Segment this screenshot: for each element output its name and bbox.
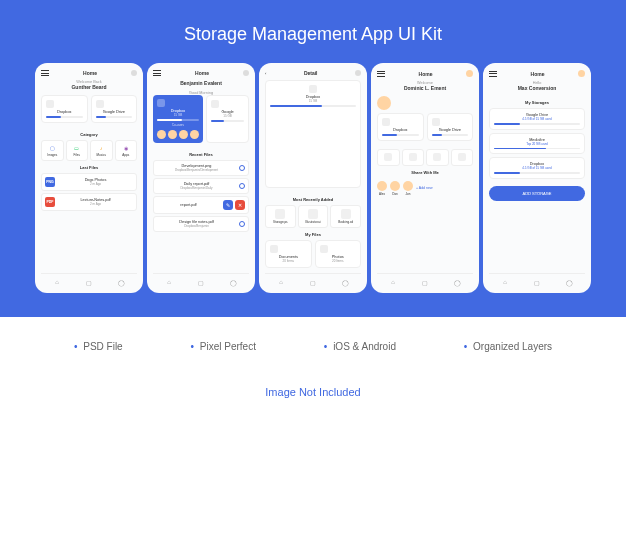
edit-button[interactable]: ✎	[223, 200, 233, 210]
username: Max Conversion	[489, 85, 585, 91]
avatar	[390, 181, 400, 191]
download-icon[interactable]	[239, 221, 245, 227]
action-item[interactable]	[377, 149, 400, 166]
user-avatar	[377, 96, 391, 110]
file-row[interactable]: PNGDogs Photos2 m Ago	[41, 173, 137, 191]
section-storages: My Storages	[489, 100, 585, 105]
avatar	[179, 130, 188, 139]
recent-item[interactable]: Illustrator.ai	[298, 205, 329, 228]
recent-item[interactable]: Booking.xd	[330, 205, 361, 228]
folder-card[interactable]: Documents20 Items	[265, 240, 312, 268]
header-title: Home	[531, 71, 545, 77]
avatar-icon[interactable]	[578, 70, 585, 77]
username: Dominic L. Ement	[377, 85, 473, 91]
screen-1: Home Welcome Back Gunther Beard Dropbox …	[35, 63, 143, 293]
menu-icon[interactable]	[41, 70, 49, 76]
phone-mockups: Home Welcome Back Gunther Beard Dropbox …	[0, 63, 626, 293]
file-row[interactable]: Daily report.pdfDropbox/Benjamin/Daily	[153, 178, 249, 194]
nav-home-icon[interactable]: ⌂	[277, 278, 285, 286]
features-list: PSD File Pixel Perfect iOS & Android Org…	[0, 317, 626, 376]
storage-card-dropbox[interactable]: Dropbox15 GBCo-users	[153, 95, 203, 143]
header-title: Home	[83, 70, 97, 76]
nav-profile-icon[interactable]: ◯	[565, 278, 573, 286]
nav-home-icon[interactable]: ⌂	[389, 278, 397, 286]
recent-item[interactable]: Storage.ps	[265, 205, 296, 228]
bottom-nav: ⌂▢◯	[489, 273, 585, 286]
nav-folder-icon[interactable]: ▢	[421, 278, 429, 286]
storage-card-dropbox[interactable]: Dropbox	[41, 95, 88, 123]
header-title: Home	[195, 70, 209, 76]
bottom-nav: ⌂▢◯	[41, 273, 137, 286]
username: Gunther Beard	[41, 84, 137, 90]
avatar	[377, 181, 387, 191]
storage-card-gdrive[interactable]: Google Drive	[427, 113, 474, 141]
section-recent: Most Recently Added	[265, 197, 361, 202]
feature-item: Pixel Perfect	[191, 341, 256, 352]
storage-item[interactable]: Dropbox4.5 GB of 15 GB used	[489, 157, 585, 179]
more-icon[interactable]	[355, 70, 361, 76]
cat-apps[interactable]: ◉Apps	[115, 140, 138, 161]
back-icon[interactable]: ‹	[265, 71, 266, 76]
cat-images[interactable]: ▢Images	[41, 140, 64, 161]
nav-profile-icon[interactable]: ◯	[229, 278, 237, 286]
download-icon[interactable]	[239, 183, 245, 189]
avatar-icon[interactable]	[466, 70, 473, 77]
storage-detail-card: Dropbox15 GB	[265, 80, 361, 188]
file-row[interactable]: Development.pngDropbox/Benjamin/Developm…	[153, 160, 249, 176]
bottom-nav: ⌂▢◯	[153, 273, 249, 286]
avatar	[190, 130, 199, 139]
action-item[interactable]	[402, 149, 425, 166]
storage-card-gdrive[interactable]: Google Drive	[91, 95, 138, 123]
screen-3: ‹Detail Dropbox15 GB Most Recently Added…	[259, 63, 367, 293]
action-item[interactable]	[426, 149, 449, 166]
avatar	[168, 130, 177, 139]
nav-folder-icon[interactable]: ▢	[85, 278, 93, 286]
nav-folder-icon[interactable]: ▢	[197, 278, 205, 286]
nav-home-icon[interactable]: ⌂	[501, 278, 509, 286]
file-row[interactable]: PDFLecture-Notes.pdf2 m Ago	[41, 193, 137, 211]
storage-item[interactable]: MediafireTop 20 GB used	[489, 133, 585, 155]
notif-icon[interactable]	[131, 70, 137, 76]
nav-folder-icon[interactable]: ▢	[309, 278, 317, 286]
feature-item: PSD File	[74, 341, 123, 352]
shared-user[interactable]: Dan	[390, 181, 400, 196]
menu-icon[interactable]	[377, 71, 385, 77]
storage-card-google[interactable]: Google15 GB	[206, 95, 249, 143]
cat-musics[interactable]: ♪Musics	[90, 140, 113, 161]
avatar	[157, 130, 166, 139]
username: Benjamin Evalent	[153, 80, 249, 86]
menu-icon[interactable]	[153, 70, 161, 76]
screen-2: Home Benjamin Evalent Good Morning Dropb…	[147, 63, 255, 293]
hero-section: Storage Management App UI Kit Home Welco…	[0, 0, 626, 317]
nav-profile-icon[interactable]: ◯	[453, 278, 461, 286]
nav-home-icon[interactable]: ⌂	[165, 278, 173, 286]
add-storage-button[interactable]: ADD STORAGE	[489, 186, 585, 201]
download-icon[interactable]	[239, 165, 245, 171]
section-recent: Recent Files	[153, 152, 249, 157]
nav-profile-icon[interactable]: ◯	[341, 278, 349, 286]
action-item[interactable]	[451, 149, 474, 166]
feature-item: iOS & Android	[324, 341, 396, 352]
screen-4: Home Welcome Dominic L. Ement Dropbox Go…	[371, 63, 479, 293]
menu-icon[interactable]	[489, 71, 497, 77]
storage-card-dropbox[interactable]: Dropbox	[377, 113, 424, 141]
notif-icon[interactable]	[243, 70, 249, 76]
file-row[interactable]: report.pdf✎✕	[153, 196, 249, 214]
bottom-nav: ⌂▢◯	[265, 273, 361, 286]
add-user-button[interactable]: + Add new	[416, 181, 432, 196]
file-row[interactable]: Design file notes.pdfDropbox/Benjamin	[153, 216, 249, 232]
bottom-nav: ⌂▢◯	[377, 273, 473, 286]
shared-user[interactable]: Jon	[403, 181, 413, 196]
category-grid: ▢Images ▭Files ♪Musics ◉Apps	[41, 140, 137, 161]
nav-home-icon[interactable]: ⌂	[53, 278, 61, 286]
cat-files[interactable]: ▭Files	[66, 140, 89, 161]
folder-card[interactable]: Photos20 Items	[315, 240, 362, 268]
storage-item[interactable]: Google Drive4.5 GB of 15 GB used	[489, 108, 585, 130]
header-title: Detail	[304, 70, 318, 76]
section-lastfiles: Last Files	[41, 165, 137, 170]
feature-item: Organized Layers	[464, 341, 552, 352]
shared-user[interactable]: Alex	[377, 181, 387, 196]
delete-button[interactable]: ✕	[235, 200, 245, 210]
nav-folder-icon[interactable]: ▢	[533, 278, 541, 286]
nav-profile-icon[interactable]: ◯	[117, 278, 125, 286]
